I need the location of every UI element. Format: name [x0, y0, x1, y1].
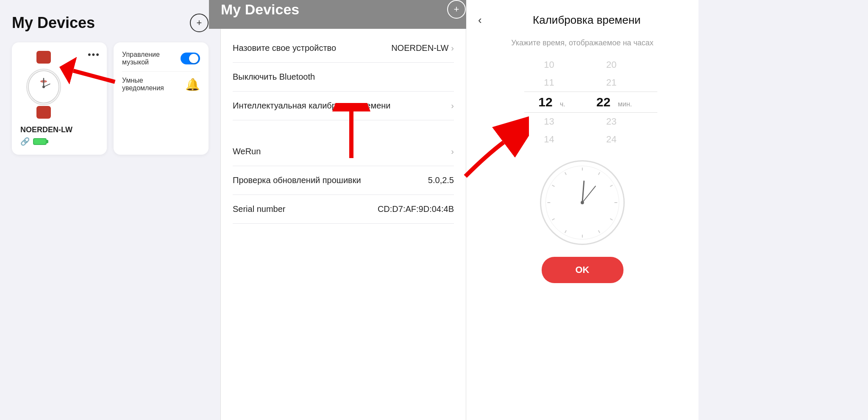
- minute-22[interactable]: 22: [591, 93, 616, 111]
- cards-grid: ••• NOERDEN-LW: [12, 42, 209, 155]
- battery-indicator: [33, 138, 47, 145]
- panel-3: ‹ Калибровка времени Укажите время, отоб…: [466, 0, 698, 420]
- minute-24[interactable]: 24: [598, 132, 624, 147]
- device-name-text: NOERDEN-LW: [391, 43, 448, 53]
- minute-21[interactable]: 21: [598, 75, 624, 90]
- panel1-header: My Devices +: [12, 14, 209, 32]
- add-device-button[interactable]: +: [190, 14, 209, 32]
- svg-line-22: [552, 185, 555, 186]
- werun-label: WeRun: [233, 147, 261, 156]
- bell-icon: 🔔: [185, 78, 200, 92]
- settings-menu: Назовите свое устройство NOERDEN-LW › Вы…: [221, 34, 466, 224]
- panel2-add-button[interactable]: +: [447, 0, 466, 19]
- hour-14[interactable]: 14: [536, 132, 562, 147]
- menu-item-time-calibration[interactable]: Интеллектуальная калибровка времени ›: [233, 92, 454, 120]
- back-button[interactable]: ‹: [478, 14, 482, 27]
- svg-line-24: [582, 181, 584, 203]
- hour-13[interactable]: 13: [536, 114, 562, 129]
- panel2-title: My Devices: [221, 1, 299, 18]
- red-arrow-2: [317, 103, 385, 162]
- menu-item-serial: Serial number CD:D7:AF:9D:04:4B: [233, 195, 454, 224]
- panel-2: My Devices + Назовите свое устройство NO…: [220, 0, 466, 420]
- firmware-version: 5.0,2.5: [428, 175, 454, 185]
- menu-item-firmware[interactable]: Проверка обновлений прошивки 5.0,2.5: [233, 166, 454, 195]
- ok-button[interactable]: OK: [542, 257, 623, 283]
- watch-illustration: [20, 51, 67, 119]
- link-icon: 🔗: [20, 137, 30, 146]
- svg-rect-0: [36, 51, 51, 64]
- svg-line-16: [610, 219, 613, 220]
- hour-12[interactable]: 12: [533, 93, 558, 111]
- serial-label: Serial number: [233, 204, 286, 214]
- svg-line-25: [582, 186, 595, 203]
- clock-ticks: [541, 161, 623, 244]
- music-control-item[interactable]: Управление музыкой: [122, 51, 200, 72]
- device-name: NOERDEN-LW: [20, 125, 98, 134]
- panel1-title: My Devices: [12, 14, 95, 32]
- menu-item-device-name[interactable]: Назовите свое устройство NOERDEN-LW ›: [233, 34, 454, 63]
- minute-23[interactable]: 23: [598, 114, 624, 129]
- minute-20[interactable]: 20: [598, 58, 624, 72]
- bluetooth-label: Выключить Bluetooth: [233, 72, 315, 82]
- panel3-title: Калибровка времени: [487, 14, 687, 27]
- menu-item-bluetooth[interactable]: Выключить Bluetooth: [233, 63, 454, 92]
- clock-face: [540, 160, 625, 245]
- svg-point-26: [581, 201, 584, 204]
- svg-line-20: [552, 219, 555, 220]
- minute-label: мин.: [618, 100, 632, 108]
- device-name-label: Назовите свое устройство: [233, 43, 336, 53]
- firmware-label: Проверка обновлений прошивки: [233, 175, 361, 185]
- red-arrow-3: [453, 113, 529, 181]
- hour-10[interactable]: 10: [536, 58, 562, 72]
- svg-line-19: [565, 231, 566, 233]
- notifications-label: Умные уведомления: [122, 77, 185, 92]
- time-hint: Укажите время, отображаемое на часах: [478, 39, 687, 47]
- panel-1: My Devices + •••: [0, 0, 220, 420]
- chevron-icon: ›: [451, 43, 454, 53]
- time-cal-chevron: ›: [451, 101, 454, 111]
- minutes-column[interactable]: 20 21 22 мин. 23 24: [591, 58, 632, 147]
- hour-11[interactable]: 11: [536, 75, 562, 90]
- device-card-noerden[interactable]: ••• NOERDEN-LW: [12, 42, 107, 155]
- device-name-value: NOERDEN-LW ›: [391, 43, 454, 53]
- svg-line-9: [73, 56, 115, 97]
- svg-line-14: [610, 185, 613, 186]
- svg-rect-7: [36, 106, 51, 119]
- svg-line-23: [565, 172, 566, 175]
- svg-line-17: [598, 231, 600, 233]
- panel3-header: ‹ Калибровка времени: [478, 14, 687, 27]
- device-status: 🔗: [20, 137, 98, 146]
- hour-label: ч.: [560, 100, 565, 108]
- quick-actions-card: Управление музыкой Умные уведомления 🔔: [114, 42, 209, 155]
- hours-column[interactable]: 10 11 12 ч. 13 14: [533, 58, 565, 147]
- serial-value: CD:D7:AF:9D:04:4B: [378, 204, 454, 214]
- notifications-item[interactable]: Умные уведомления 🔔: [122, 77, 200, 92]
- svg-point-6: [42, 86, 45, 88]
- panel2-header: My Devices +: [209, 0, 478, 29]
- music-label: Управление музыкой: [122, 51, 181, 66]
- music-toggle[interactable]: [181, 53, 200, 64]
- svg-line-13: [598, 172, 600, 175]
